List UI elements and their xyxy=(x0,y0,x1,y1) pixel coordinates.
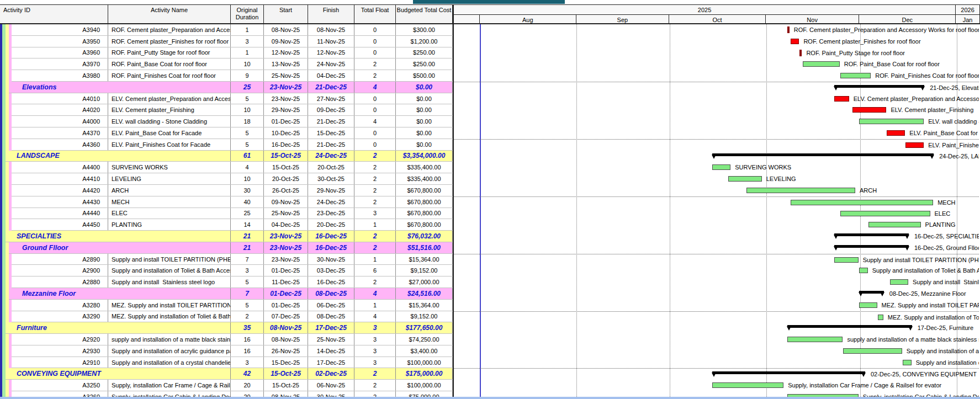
gantt-bar[interactable] xyxy=(712,164,730,170)
original-duration-cell[interactable]: 3 xyxy=(231,265,264,276)
start-cell[interactable]: 26-Oct-25 xyxy=(264,185,308,196)
budgeted-cost-cell[interactable]: $0.00 xyxy=(396,139,453,150)
budgeted-cost-cell[interactable]: $27,000.00 xyxy=(396,276,453,288)
activity-name-cell[interactable]: ELEC xyxy=(108,208,231,219)
budgeted-cost-cell[interactable]: $177,650.00 xyxy=(396,322,453,333)
finish-cell[interactable]: 17-Dec-25 xyxy=(308,357,354,368)
activity-name-cell[interactable]: ELV. Cement plaster_Preparation and Acce… xyxy=(108,93,231,104)
gantt-summary-bar[interactable] xyxy=(712,371,865,374)
gantt-bar-critical[interactable] xyxy=(905,142,924,148)
activity-name-cell[interactable]: Supply and install Stainless steel logo xyxy=(108,276,231,288)
original-duration-cell[interactable]: 5 xyxy=(231,276,264,288)
gantt-bar[interactable] xyxy=(859,302,877,308)
start-cell[interactable]: 26-Nov-25 xyxy=(264,345,308,357)
timeline-month-sep[interactable]: Sep xyxy=(576,15,670,24)
finish-cell[interactable]: 27-Nov-25 xyxy=(308,93,354,104)
activity-name-cell[interactable]: LEVELING xyxy=(108,173,231,184)
budgeted-cost-cell[interactable]: $250.00 xyxy=(396,58,453,70)
column-header-finish[interactable]: Finish xyxy=(308,5,354,23)
activity-id-cell[interactable]: A3980 xyxy=(12,70,108,81)
timeline-month-aug[interactable]: Aug xyxy=(480,15,576,24)
activity-name-cell[interactable]: MEZ. Supply and installation of Toliet &… xyxy=(108,311,231,322)
total-float-cell[interactable]: 6 xyxy=(354,265,396,276)
finish-cell[interactable]: 20-Dec-25 xyxy=(308,219,354,230)
start-cell[interactable]: 15-Oct-25 xyxy=(264,162,308,173)
budgeted-cost-cell[interactable]: $0.00 xyxy=(396,116,453,127)
budgeted-cost-cell[interactable]: $9,152.00 xyxy=(396,311,453,322)
original-duration-cell[interactable]: 5 xyxy=(231,93,264,104)
activity-id-cell[interactable]: A4000 xyxy=(12,116,108,127)
finish-cell[interactable]: 08-Dec-25 xyxy=(308,288,354,299)
total-float-cell[interactable]: 2 xyxy=(354,380,396,391)
start-cell[interactable]: 01-Dec-25 xyxy=(264,288,308,299)
total-float-cell[interactable]: 1 xyxy=(354,300,396,311)
original-duration-cell[interactable]: 40 xyxy=(231,196,264,208)
budgeted-cost-cell[interactable]: $0.00 xyxy=(396,82,453,93)
gantt-bar[interactable] xyxy=(712,382,783,388)
original-duration-cell[interactable]: 5 xyxy=(231,139,264,150)
finish-cell[interactable]: 17-Dec-25 xyxy=(308,322,354,333)
timeline-month-lead[interactable] xyxy=(454,15,480,24)
start-cell[interactable]: 23-Nov-25 xyxy=(264,82,308,93)
original-duration-cell[interactable]: 18 xyxy=(231,116,264,127)
start-cell[interactable]: 08-Nov-25 xyxy=(264,391,308,397)
activity-id-cell[interactable]: A4420 xyxy=(12,185,108,196)
total-float-cell[interactable]: 0 xyxy=(354,104,396,115)
finish-cell[interactable]: 12-Nov-25 xyxy=(308,47,354,58)
activity-id-cell[interactable]: A4020 xyxy=(12,104,108,115)
original-duration-cell[interactable]: 2 xyxy=(231,311,264,322)
budgeted-cost-cell[interactable]: $3,354,000.00 xyxy=(396,151,453,162)
activity-name-cell[interactable]: ELV. wall cladding - Stone Cladding xyxy=(108,116,231,127)
budgeted-cost-cell[interactable]: $100,000.00 xyxy=(396,380,453,391)
timeline-year-2026[interactable]: 2026 xyxy=(956,5,980,14)
activity-name-cell[interactable]: Supply, installation Car Cabin & Landing… xyxy=(108,391,231,397)
total-float-cell[interactable]: 3 xyxy=(354,334,396,345)
total-float-cell[interactable]: 0 xyxy=(354,36,396,47)
gantt-summary-bar[interactable] xyxy=(834,245,909,248)
finish-cell[interactable]: 25-Nov-25 xyxy=(308,334,354,345)
activity-name-cell[interactable]: Supply, installation Car Frame / Cage & … xyxy=(108,380,231,391)
gantt-bar[interactable] xyxy=(803,61,840,67)
gantt-summary-bar[interactable] xyxy=(834,85,925,88)
original-duration-cell[interactable]: 25 xyxy=(231,208,264,219)
total-float-cell[interactable]: 0 xyxy=(354,139,396,150)
total-float-cell[interactable]: 1 xyxy=(354,219,396,230)
activity-id-cell[interactable]: A4410 xyxy=(12,173,108,184)
total-float-cell[interactable]: 3 xyxy=(354,322,396,333)
start-cell[interactable]: 09-Nov-25 xyxy=(264,196,308,208)
activity-id-cell[interactable]: A4400 xyxy=(12,162,108,173)
start-cell[interactable]: 13-Nov-25 xyxy=(264,58,308,70)
finish-cell[interactable]: 02-Dec-25 xyxy=(308,368,354,379)
original-duration-cell[interactable]: 3 xyxy=(231,36,264,47)
total-float-cell[interactable]: 0 xyxy=(354,24,396,35)
finish-cell[interactable]: 15-Dec-25 xyxy=(308,127,354,139)
gantt-bar-critical[interactable] xyxy=(852,107,886,113)
gantt-bar[interactable] xyxy=(859,268,868,273)
start-cell[interactable]: 08-Nov-25 xyxy=(264,322,308,333)
total-float-cell[interactable]: 0 xyxy=(354,93,396,104)
start-cell[interactable]: 15-Oct-25 xyxy=(264,380,308,391)
group-title-cell[interactable]: Mezzanine Floor xyxy=(9,288,231,299)
budgeted-cost-cell[interactable]: $76,032.00 xyxy=(396,231,453,242)
gantt-bar[interactable] xyxy=(903,360,912,365)
gantt-bar-critical[interactable] xyxy=(834,96,849,102)
activity-name-cell[interactable]: ROF. Paint_Putty Stage for roof floor xyxy=(108,47,231,58)
start-cell[interactable]: 23-Nov-25 xyxy=(264,242,308,253)
budgeted-cost-cell[interactable]: $670,800.00 xyxy=(396,219,453,230)
start-cell[interactable]: 15-Oct-25 xyxy=(264,151,308,162)
finish-cell[interactable]: 21-Dec-25 xyxy=(308,82,354,93)
finish-cell[interactable]: 03-Dec-25 xyxy=(308,265,354,276)
group-title-cell[interactable]: Furniture xyxy=(6,322,231,333)
finish-cell[interactable]: 08-Dec-25 xyxy=(308,311,354,322)
group-title-cell[interactable]: CONVEYING EQUIPMENT xyxy=(6,368,231,379)
original-duration-cell[interactable]: 7 xyxy=(231,288,264,299)
total-float-cell[interactable]: 2 xyxy=(354,231,396,242)
gantt-summary-bar[interactable] xyxy=(787,325,912,328)
original-duration-cell[interactable]: 4 xyxy=(231,162,264,173)
activity-id-cell[interactable]: A4360 xyxy=(12,139,108,150)
budgeted-cost-cell[interactable]: $15,364.00 xyxy=(396,300,453,311)
column-header-start[interactable]: Start xyxy=(264,5,308,23)
original-duration-cell[interactable]: 7 xyxy=(231,254,264,265)
gantt-bar[interactable] xyxy=(840,73,871,78)
finish-cell[interactable]: 21-Dec-25 xyxy=(308,139,354,150)
